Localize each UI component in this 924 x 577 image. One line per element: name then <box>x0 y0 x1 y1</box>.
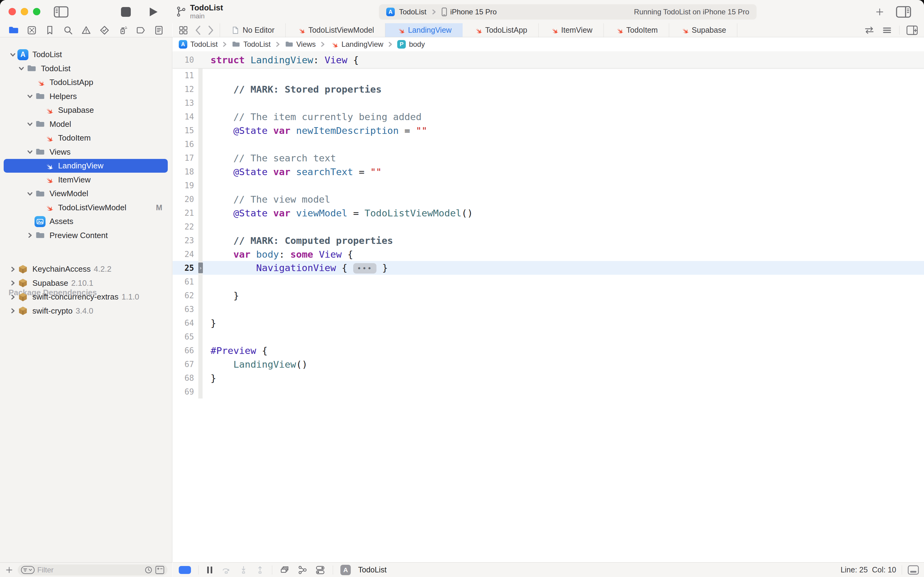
add-remove-icon[interactable] <box>155 566 164 574</box>
code-line-62[interactable]: 62 } <box>173 288 924 302</box>
line-number[interactable]: 15 <box>173 126 198 135</box>
code-line-20[interactable]: 20 // The view model <box>173 192 924 206</box>
chevron-right-icon[interactable] <box>8 294 17 300</box>
line-number[interactable]: 24 <box>173 250 198 259</box>
sidebar-item-todolistviewmodel[interactable]: TodoListViewModelM <box>4 201 168 214</box>
line-number[interactable]: 63 <box>173 305 198 314</box>
chevron-right-icon[interactable] <box>8 266 17 272</box>
code-line-text[interactable]: LandingView() <box>211 359 307 370</box>
minimize-window-button[interactable] <box>21 8 28 15</box>
editor-grid-icon[interactable] <box>178 25 188 35</box>
code-line-text[interactable]: // The view model <box>211 194 330 205</box>
environment-overrides-icon[interactable] <box>315 565 325 575</box>
code-line-text[interactable]: #Preview { <box>211 345 268 356</box>
code-line-22[interactable]: 22 <box>173 220 924 234</box>
zoom-window-button[interactable] <box>33 8 40 15</box>
line-number[interactable]: 61 <box>173 277 198 286</box>
chevron-down-icon[interactable] <box>17 65 26 72</box>
code-line-25[interactable]: 25› NavigationView { ••• } <box>173 261 924 275</box>
code-line-text[interactable]: struct LandingView: View { <box>211 55 359 65</box>
fold-ribbon[interactable] <box>198 371 203 385</box>
line-number[interactable]: 22 <box>173 222 198 231</box>
swap-editors-icon[interactable] <box>864 25 875 35</box>
breadcrumb-item-landingview[interactable]: LandingView <box>330 40 383 48</box>
recents-clock-icon[interactable] <box>144 566 153 574</box>
breadcrumb-item-todolist[interactable]: TodoList <box>232 40 270 48</box>
editor-options-icon[interactable] <box>882 25 893 35</box>
code-line-24[interactable]: 24 var body: some View { <box>173 247 924 261</box>
code-line-text[interactable]: } <box>211 290 239 301</box>
line-number[interactable]: 14 <box>173 112 198 121</box>
add-icon[interactable] <box>5 566 13 574</box>
code-line-text[interactable]: @State var newItemDescription = "" <box>211 125 427 136</box>
line-number[interactable]: 18 <box>173 167 198 176</box>
sidebar-item-model[interactable]: Model <box>4 118 168 131</box>
code-line-text[interactable]: // The item currently being added <box>211 111 422 122</box>
running-app-icon[interactable]: A <box>340 565 351 575</box>
sidebar-item-helpers[interactable]: Helpers <box>4 90 168 103</box>
filter-input[interactable] <box>37 566 142 574</box>
inspector-toggle-icon[interactable] <box>896 6 911 18</box>
package-item-keychainaccess[interactable]: KeychainAccess4.2.2 <box>4 262 168 276</box>
sidebar-item-todolist[interactable]: TodoList <box>4 62 168 76</box>
sidebar-item-todoitem[interactable]: TodoItem <box>4 131 168 145</box>
fold-ribbon[interactable] <box>198 275 203 288</box>
sidebar-item-landingview[interactable]: LandingView <box>4 159 168 172</box>
code-line-text[interactable]: // The search text <box>211 153 336 163</box>
chevron-right-icon[interactable] <box>8 308 17 314</box>
code-line-69[interactable]: 69 <box>173 385 924 398</box>
line-number[interactable]: 20 <box>173 195 198 204</box>
line-number[interactable]: 23 <box>173 236 198 245</box>
line-number[interactable]: 17 <box>173 153 198 163</box>
code-line-61[interactable]: 61 <box>173 275 924 288</box>
forward-chevron-icon[interactable] <box>208 25 214 35</box>
line-number[interactable]: 69 <box>173 387 198 396</box>
plus-icon[interactable] <box>874 7 885 17</box>
debug-navigator-icon[interactable] <box>117 25 128 36</box>
line-number[interactable]: 16 <box>173 140 198 149</box>
chevron-down-icon[interactable] <box>26 93 34 100</box>
code-line-64[interactable]: 64} <box>173 316 924 330</box>
code-line-12[interactable]: 12 // MARK: Stored properties <box>173 82 924 96</box>
back-chevron-icon[interactable] <box>195 25 201 35</box>
code-line-19[interactable]: 19 <box>173 179 924 192</box>
source-control-navigator-icon[interactable] <box>26 25 37 36</box>
code-line-text[interactable]: var body: some View { <box>211 249 353 260</box>
sidebar-item-assets[interactable]: Assets <box>4 214 168 228</box>
step-out-icon[interactable] <box>256 566 265 575</box>
issues-navigator-icon[interactable] <box>80 25 92 36</box>
code-line-18[interactable]: 18 @State var searchText = "" <box>173 165 924 179</box>
tab-supabase[interactable]: Supabase <box>669 23 737 37</box>
tab-landingview[interactable]: LandingView <box>385 23 463 37</box>
tab-no-editor[interactable]: No Editor <box>220 23 286 37</box>
fold-ribbon[interactable] <box>198 192 203 206</box>
fold-ribbon[interactable] <box>198 302 203 316</box>
tab-todolistapp[interactable]: TodoListApp <box>463 23 539 37</box>
chevron-down-icon[interactable] <box>26 148 34 155</box>
code-line-16[interactable]: 16 <box>173 137 924 151</box>
sidebar-item-itemview[interactable]: ItemView <box>4 173 168 187</box>
scheme-target[interactable]: TodoList <box>399 8 426 16</box>
breakpoints-navigator-icon[interactable] <box>135 25 146 36</box>
code-line-65[interactable]: 65 <box>173 330 924 343</box>
fold-ribbon[interactable] <box>198 68 203 82</box>
fold-ribbon[interactable] <box>198 151 203 165</box>
tab-itemview[interactable]: ItemView <box>539 23 604 37</box>
breakpoints-toggle[interactable] <box>179 566 191 574</box>
line-number[interactable]: 21 <box>173 208 198 218</box>
line-number[interactable]: 13 <box>173 98 198 108</box>
fold-ribbon[interactable] <box>198 124 203 137</box>
line-number[interactable]: 11 <box>173 71 198 80</box>
code-line-11[interactable]: 11 <box>173 68 924 82</box>
filter-field[interactable] <box>18 564 167 575</box>
run-button[interactable] <box>148 6 159 18</box>
sidebar-item-views[interactable]: Views <box>4 145 168 159</box>
stop-button[interactable] <box>121 7 131 17</box>
fold-ribbon[interactable] <box>198 343 203 357</box>
code-line-text[interactable]: NavigationView { ••• } <box>211 262 388 274</box>
fold-ribbon[interactable] <box>198 82 203 96</box>
fold-ribbon[interactable] <box>198 234 203 247</box>
package-item-supabase[interactable]: Supabase2.10.1 <box>4 276 168 290</box>
fold-ribbon[interactable] <box>198 316 203 330</box>
line-number[interactable]: 10 <box>173 55 198 64</box>
